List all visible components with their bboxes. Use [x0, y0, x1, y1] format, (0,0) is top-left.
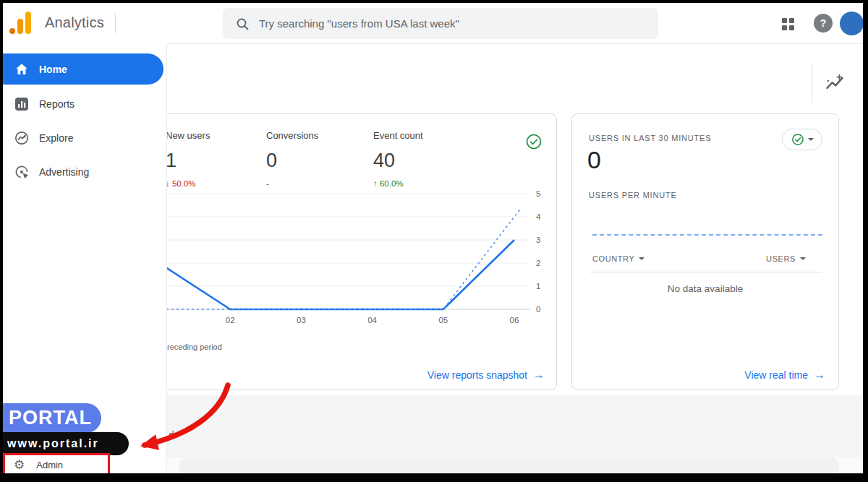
partial-section-heading: d: [169, 429, 174, 441]
sidebar-item-label: Home: [39, 64, 67, 75]
metric-label: Conversions: [266, 130, 318, 141]
metric-label: New users: [166, 130, 210, 141]
y-tick-label: 0: [536, 305, 540, 314]
app-title: Analytics: [45, 14, 104, 31]
search-icon: [236, 17, 249, 30]
summary-card: New users 1 ↓ 50.0% Conversions 0 - Even…: [130, 113, 557, 390]
x-tick-label: 02: [226, 316, 235, 324]
metric-value: 1: [166, 150, 210, 172]
metric-label: Event count: [373, 130, 423, 141]
chart-legend-partial: receding period: [167, 343, 222, 351]
country-column-header[interactable]: COUNTRY: [592, 254, 644, 263]
metric-event-count: Event count 40 ↑ 60.0%: [373, 130, 423, 188]
x-tick-label: 04: [367, 316, 377, 324]
sidebar-item-label: Advertising: [39, 166, 89, 178]
sidebar-item-explore[interactable]: Explore: [3, 124, 163, 152]
series-solid: [159, 240, 514, 309]
admin-highlight-annotation: ⚙ Admin: [3, 453, 110, 473]
lower-card-top: [179, 457, 839, 473]
realtime-title: USERS IN LAST 30 MINUTES: [589, 134, 711, 142]
y-tick-label: 4: [536, 212, 541, 221]
arrow-right-icon: →: [814, 369, 825, 382]
per-minute-baseline: [592, 234, 822, 236]
sidebar-item-home[interactable]: Home: [3, 53, 163, 85]
users-column-header[interactable]: USERS: [766, 254, 806, 263]
search-input[interactable]: [258, 17, 637, 30]
explore-icon: [14, 131, 29, 145]
y-tick-label: 1: [536, 282, 540, 291]
no-data-message: No data available: [572, 283, 838, 294]
metric-new-users: New users 1 ↓ 50.0%: [166, 130, 210, 188]
lower-section-strip: [166, 457, 863, 473]
bar-chart-icon: [14, 97, 29, 111]
app-header: Analytics ?: [3, 3, 863, 44]
sidebar-item-reports[interactable]: Reports: [3, 90, 163, 119]
lower-section-band: d: [166, 395, 863, 457]
help-button[interactable]: ?: [814, 14, 833, 33]
watermark-brand: PORTAL: [3, 403, 101, 433]
y-tick-label: 2: [536, 259, 540, 267]
insights-icon: [825, 74, 845, 94]
sidebar-item-label: Reports: [39, 98, 75, 110]
chevron-down-icon: [808, 138, 814, 141]
analytics-logo-icon: [9, 11, 35, 35]
insights-divider: [812, 64, 812, 103]
view-reports-snapshot-link[interactable]: View reports snapshot →: [427, 369, 545, 382]
x-tick-label: 05: [438, 316, 448, 324]
link-label: View reports snapshot: [427, 369, 527, 381]
chevron-down-icon: [639, 257, 644, 260]
sidebar-item-admin[interactable]: ⚙ Admin: [5, 455, 108, 473]
watermark-url: www.portal.ir: [3, 432, 129, 455]
y-tick-label: 3: [536, 236, 540, 244]
question-mark-icon: ?: [820, 17, 827, 29]
sidebar-item-label: Admin: [36, 460, 63, 470]
column-label: COUNTRY: [592, 254, 634, 263]
metric-conversions: Conversions 0 -: [266, 130, 318, 188]
table-divider: [590, 272, 822, 272]
column-label: USERS: [766, 254, 796, 263]
realtime-users-value: 0: [587, 146, 601, 174]
advertising-icon: [14, 165, 29, 179]
arrow-right-icon: →: [533, 369, 545, 382]
app-window: New users 1 ↓ 50.0% Conversions 0 - Even…: [3, 3, 863, 473]
data-quality-check-icon[interactable]: [525, 133, 542, 153]
x-tick-label: 06: [510, 316, 519, 324]
series-dashed: [131, 208, 521, 309]
sidebar-item-label: Explore: [39, 132, 73, 144]
link-label: View real time: [744, 369, 808, 381]
gear-icon: ⚙: [14, 459, 25, 471]
chevron-down-icon: [800, 257, 806, 260]
user-avatar[interactable]: [840, 12, 863, 35]
insights-button[interactable]: [825, 74, 845, 94]
y-tick-label: 5: [536, 189, 540, 198]
users-per-minute-label: USERS PER MINUTE: [589, 191, 677, 199]
x-tick-label: 03: [297, 316, 306, 324]
realtime-status-button[interactable]: [782, 129, 822, 150]
check-circle-icon: [791, 133, 804, 146]
global-search[interactable]: [223, 8, 658, 39]
metric-value: 40: [373, 150, 423, 172]
users-line-chart: 012345010203040506: [131, 183, 558, 335]
metric-value: 0: [266, 150, 318, 172]
sidebar-item-advertising[interactable]: Advertising: [3, 158, 163, 186]
view-real-time-link[interactable]: View real time →: [744, 369, 825, 382]
home-icon: [14, 62, 29, 77]
apps-grid-icon[interactable]: [782, 18, 793, 30]
realtime-card: USERS IN LAST 30 MINUTES 0 USERS PER MIN…: [571, 113, 839, 390]
header-divider: [115, 13, 116, 33]
